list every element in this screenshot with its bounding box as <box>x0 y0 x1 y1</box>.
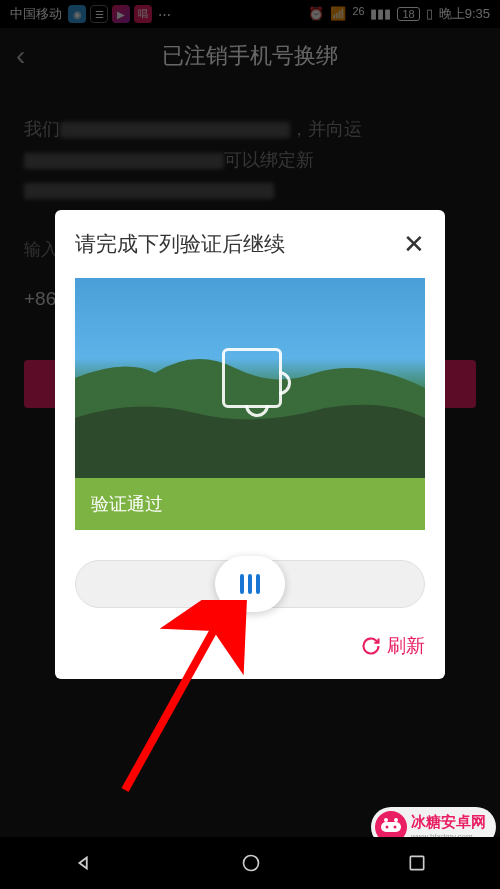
slider-handle[interactable] <box>215 556 285 612</box>
captcha-modal: 请完成下列验证后继续 ✕ 验证通过 刷新 <box>55 210 445 679</box>
svg-rect-1 <box>381 822 401 832</box>
svg-point-2 <box>384 818 388 822</box>
modal-title: 请完成下列验证后继续 <box>75 230 285 258</box>
nav-back[interactable] <box>73 852 95 874</box>
svg-rect-7 <box>410 856 423 869</box>
circle-home-icon <box>241 853 261 873</box>
triangle-back-icon <box>73 852 95 874</box>
puzzle-piece-icon <box>222 348 282 408</box>
watermark-text: 冰糖安卓网 <box>411 813 486 832</box>
modal-header: 请完成下列验证后继续 ✕ <box>75 230 425 258</box>
svg-point-5 <box>394 826 397 829</box>
square-recent-icon <box>407 853 427 873</box>
nav-home[interactable] <box>241 853 261 873</box>
slider-track[interactable] <box>75 560 425 608</box>
navigation-bar <box>0 837 500 889</box>
gamepad-icon <box>381 818 401 836</box>
modal-overlay: 请完成下列验证后继续 ✕ 验证通过 刷新 <box>0 0 500 889</box>
success-banner: 验证通过 <box>75 478 425 530</box>
svg-point-3 <box>394 818 398 822</box>
captcha-image <box>75 278 425 478</box>
close-button[interactable]: ✕ <box>403 231 425 257</box>
refresh-label: 刷新 <box>387 633 425 659</box>
svg-point-6 <box>244 856 259 871</box>
svg-point-4 <box>386 826 389 829</box>
refresh-button[interactable]: 刷新 <box>75 633 425 659</box>
refresh-icon <box>361 636 381 656</box>
nav-recent[interactable] <box>407 853 427 873</box>
